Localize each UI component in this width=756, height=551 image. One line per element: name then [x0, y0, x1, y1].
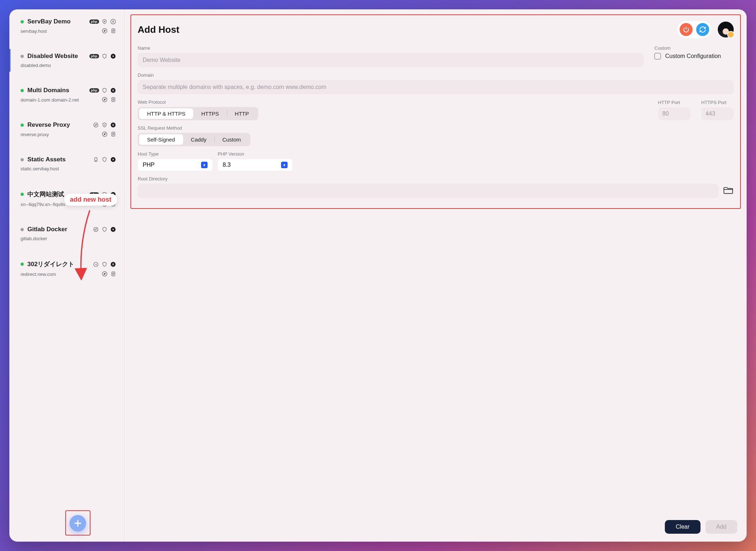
domain-input[interactable] [138, 80, 734, 94]
host-item[interactable]: 302リダイレクト redirect.new.com [9, 256, 124, 281]
folder-icon[interactable] [723, 185, 734, 196]
host-item[interactable]: Disabled Website php disabled.demo [9, 49, 124, 72]
play-icon[interactable] [110, 53, 116, 59]
shield-icon[interactable] [101, 226, 108, 233]
shield-icon[interactable] [101, 191, 108, 198]
ssl-option-caddy[interactable]: Caddy [183, 134, 214, 145]
label-protocol: Web Protocol [138, 99, 647, 105]
svg-rect-9 [114, 89, 114, 91]
label-domain: Domain [138, 72, 734, 78]
device-icon [93, 156, 99, 163]
ssl-segmented: Self-Signed Caddy Custom [138, 133, 250, 146]
host-item[interactable]: 中文网站测试 php xn--6qq79v.xn--fiqs8s [9, 187, 124, 211]
host-name: 中文网站测试 [27, 190, 86, 198]
compass-icon[interactable] [101, 27, 108, 34]
note-icon[interactable] [110, 201, 116, 207]
protocol-option-https[interactable]: HTTPS [193, 108, 227, 119]
svg-rect-30 [112, 263, 113, 265]
main-panel: Add Host Name Custom [125, 9, 747, 542]
host-domain: redirect.new.com [21, 272, 101, 277]
svg-point-29 [111, 262, 115, 266]
svg-point-0 [104, 21, 105, 22]
pause-dark-icon[interactable] [110, 191, 116, 198]
compass-icon[interactable] [101, 131, 108, 137]
avatar[interactable] [718, 22, 734, 37]
svg-rect-3 [114, 21, 114, 22]
shield-icon[interactable] [101, 261, 108, 268]
pause-icon[interactable] [110, 18, 116, 25]
host-item[interactable]: Static Assets static.servbay.host [9, 152, 124, 175]
host-item[interactable]: Reverse Proxy reverse.proxy [9, 118, 124, 141]
host-domain: reverse.proxy [21, 132, 101, 137]
host-name: ServBay Demo [27, 18, 86, 25]
ssl-option-selfsigned[interactable]: Self-Signed [139, 134, 183, 145]
label-https-port: HTTPS Port [701, 100, 734, 105]
svg-rect-15 [114, 124, 114, 126]
chevron-updown-icon [281, 162, 288, 168]
add-host-button[interactable] [70, 515, 86, 532]
http-port-input[interactable] [658, 107, 690, 120]
compass-icon[interactable] [101, 270, 108, 277]
protocol-option-both[interactable]: HTTP & HTTPS [139, 108, 193, 119]
host-domain: xn--6qq79v.xn--fiqs8s [21, 202, 101, 207]
name-input[interactable] [138, 53, 644, 67]
clear-button[interactable]: Clear [665, 520, 700, 534]
note-icon[interactable] [110, 270, 116, 277]
php-version-value: 8.3 [223, 162, 231, 168]
host-domain: disabled.demo [21, 63, 116, 68]
power-button[interactable] [680, 23, 693, 36]
compass-icon[interactable] [101, 96, 108, 103]
svg-point-26 [94, 227, 98, 232]
label-name: Name [138, 45, 644, 51]
pause-dark-icon[interactable] [110, 122, 116, 128]
php-version-select[interactable]: 8.3 [218, 159, 293, 171]
host-name: 302リダイレクト [27, 260, 89, 268]
status-dot [21, 55, 24, 58]
host-type-select[interactable]: PHP [138, 159, 213, 171]
shield-lock-icon[interactable] [101, 18, 108, 25]
app-window: ServBay Demo php servbay.host Disabled W… [9, 9, 747, 542]
ssl-option-custom[interactable]: Custom [214, 134, 249, 145]
status-dot [21, 158, 24, 161]
header-actions [677, 21, 711, 38]
svg-point-7 [111, 88, 115, 93]
swap-icon [93, 226, 99, 233]
label-http-port: HTTP Port [658, 100, 690, 105]
svg-point-12 [94, 123, 98, 127]
refresh-button[interactable] [696, 23, 709, 36]
host-item[interactable]: Multi Domains php domain-1.com domain-2.… [9, 83, 124, 106]
host-item[interactable]: ServBay Demo php servbay.host [9, 14, 124, 37]
host-name: Static Assets [27, 156, 89, 163]
protocol-option-http[interactable]: HTTP [227, 108, 257, 119]
redirect-icon [93, 261, 99, 268]
svg-point-13 [111, 122, 115, 127]
https-port-input[interactable] [701, 107, 734, 120]
play-icon[interactable] [110, 156, 116, 163]
add-button[interactable]: Add [706, 520, 737, 534]
note-icon[interactable] [110, 96, 116, 103]
host-domain: domain-1.com domain-2.net [21, 97, 101, 103]
host-name: Multi Domains [27, 87, 86, 94]
footer-actions: Clear Add [665, 520, 737, 534]
custom-config-label: Custom Configuration [665, 53, 721, 59]
shield-x-icon[interactable] [101, 122, 108, 128]
shield-icon[interactable] [101, 87, 108, 94]
compass-icon[interactable] [101, 201, 108, 207]
protocol-segmented: HTTP & HTTPS HTTPS HTTP [138, 107, 258, 120]
label-host-type: Host Type [138, 151, 213, 157]
status-dot [21, 124, 24, 127]
pause-dark-icon[interactable] [110, 87, 116, 94]
php-badge: php [89, 54, 99, 58]
pause-dark-icon[interactable] [110, 261, 116, 268]
shield-icon[interactable] [101, 156, 108, 163]
root-directory-input[interactable] [138, 184, 719, 198]
host-name: Reverse Proxy [27, 121, 89, 129]
php-badge: php [89, 88, 99, 93]
play-icon[interactable] [110, 226, 116, 233]
note-icon[interactable] [110, 131, 116, 137]
host-item[interactable]: Gitlab Docker gitlab.docker [9, 222, 124, 245]
svg-rect-2 [112, 21, 113, 22]
custom-config-checkbox[interactable] [654, 53, 661, 59]
note-icon[interactable] [110, 27, 116, 34]
shield-icon[interactable] [101, 53, 108, 59]
